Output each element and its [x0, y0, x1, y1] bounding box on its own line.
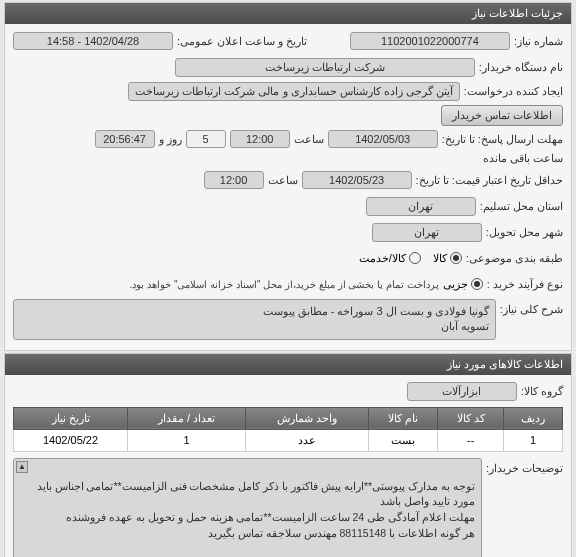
cell-name: بست	[368, 429, 438, 451]
creator-label: ایجاد کننده درخواست:	[464, 85, 563, 98]
deadline-date-field: 1402/05/03	[328, 130, 438, 148]
cell-qty: 1	[128, 429, 246, 451]
col-code: کد کالا	[438, 407, 504, 429]
pubdate-label: تاریخ و ساعت اعلان عمومی:	[177, 35, 307, 48]
remaining-field: 20:56:47	[95, 130, 155, 148]
need-details-panel: جزئیات اطلاعات نیاز شماره نیاز: 11020010…	[4, 2, 572, 351]
validity-label: حداقل تاریخ اعتبار قیمت: تا تاریخ:	[416, 174, 563, 187]
contact-button[interactable]: اطلاعات تماس خریدار	[441, 105, 563, 126]
delloc-label: شهر محل تحویل:	[486, 226, 563, 239]
category-label: طبقه بندی موضوعی:	[466, 252, 563, 265]
panel-header-2: اطلاعات کالاهای مورد نیاز	[5, 354, 571, 375]
col-date: تاریخ نیاز	[14, 407, 128, 429]
process-partial-option[interactable]: جزیی	[443, 278, 483, 291]
goods-group-field: ابزارآلات	[407, 382, 517, 401]
pubdate-field: 1402/04/28 - 14:58	[13, 32, 173, 50]
category-goods-option[interactable]: کالا	[433, 252, 462, 265]
buyer-desc-box: توجه به مدارک پیوستی**ارایه پیش فاکتور ب…	[13, 458, 482, 557]
radio-icon	[409, 252, 421, 264]
goods-group-label: گروه کالا:	[521, 385, 563, 398]
buyer-field: شرکت ارتباطات زیرساخت	[175, 58, 475, 77]
reqloc-field: تهران	[366, 197, 476, 216]
col-qty: تعداد / مقدار	[128, 407, 246, 429]
table-header-row: ردیف کد کالا نام کالا واحد شمارش تعداد /…	[14, 407, 563, 429]
days-field: 5	[186, 130, 226, 148]
deadline-label: مهلت ارسال پاسخ: تا تاریخ:	[442, 133, 563, 146]
radio-checked-icon	[450, 252, 462, 264]
buyer-desc-text: توجه به مدارک پیوستی**ارایه پیش فاکتور ب…	[37, 480, 475, 539]
buyer-desc-label: توضیحات خریدار:	[486, 462, 563, 475]
remain-label: ساعت باقی مانده	[483, 152, 563, 165]
validity-time-field: 12:00	[204, 171, 264, 189]
col-idx: ردیف	[504, 407, 563, 429]
table-row[interactable]: 1 -- بست عدد 1 1402/05/22	[14, 429, 563, 451]
cell-date: 1402/05/22	[14, 429, 128, 451]
day-label: روز و	[159, 133, 182, 146]
process-label: نوع فرآیند خرید :	[487, 278, 563, 291]
cell-code: --	[438, 429, 504, 451]
radio-checked-icon	[471, 278, 483, 290]
reqno-label: شماره نیاز:	[514, 35, 563, 48]
panel-header-1: جزئیات اطلاعات نیاز	[5, 3, 571, 24]
reqno-field: 1102001022000774	[350, 32, 510, 50]
scroll-up-icon[interactable]: ▲	[16, 461, 28, 473]
time-label-2: ساعت	[268, 174, 298, 187]
goods-table: ردیف کد کالا نام کالا واحد شمارش تعداد /…	[13, 407, 563, 452]
deadline-time-field: 12:00	[230, 130, 290, 148]
buyer-label: نام دستگاه خریدار:	[479, 61, 563, 74]
process-radio-group: جزیی	[443, 278, 483, 291]
col-name: نام کالا	[368, 407, 438, 429]
reqloc-label: استان محل تسلیم:	[480, 200, 563, 213]
category-service-option[interactable]: کالا/خدمت	[359, 252, 421, 265]
col-unit: واحد شمارش	[245, 407, 368, 429]
validity-date-field: 1402/05/23	[302, 171, 412, 189]
title-textarea: گونیا فولادی و بست ال 3 سوراخه - مطابق پ…	[13, 299, 496, 340]
delloc-field: تهران	[372, 223, 482, 242]
time-label-1: ساعت	[294, 133, 324, 146]
title-label: شرح کلی نیاز:	[500, 303, 563, 316]
cell-unit: عدد	[245, 429, 368, 451]
cell-idx: 1	[504, 429, 563, 451]
category-radio-group: کالا کالا/خدمت	[359, 252, 462, 265]
creator-field: آیتن گرجی زاده کارشناس حسابداری و مالی ش…	[128, 82, 460, 101]
process-note: پرداخت تمام یا بخشی از مبلغ خرید،از محل …	[130, 279, 439, 290]
goods-panel: اطلاعات کالاهای مورد نیاز گروه کالا: ابز…	[4, 353, 572, 557]
